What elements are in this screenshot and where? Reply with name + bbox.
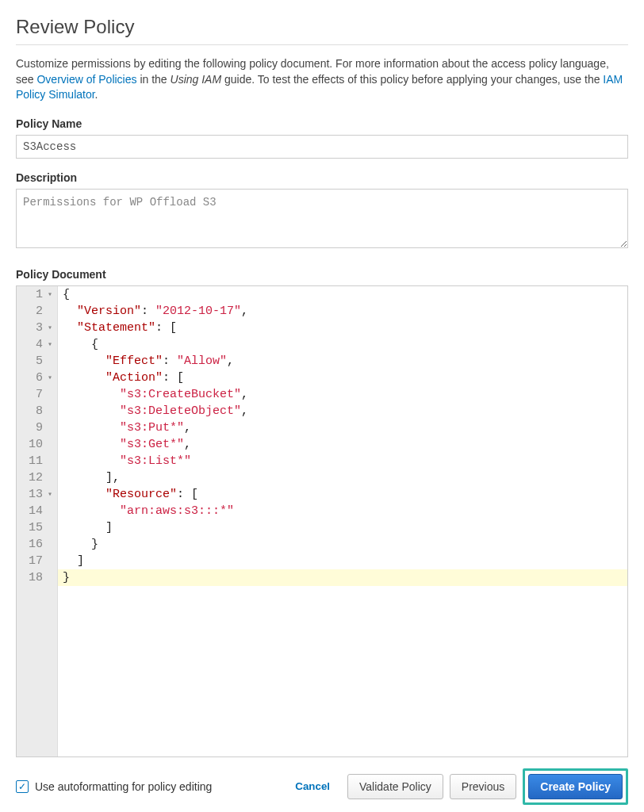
line-number: 18 <box>17 569 52 586</box>
code-token: "s3:CreateBucket" <box>120 388 241 401</box>
code-token: "arn:aws:s3:::*" <box>120 504 234 518</box>
create-policy-highlight: Create Policy <box>523 768 628 805</box>
editor-gutter: 123456789101112131415161718 <box>17 286 58 756</box>
autoformat-checkbox[interactable]: ✓ <box>16 780 29 793</box>
code-token: "Allow" <box>177 354 227 368</box>
code-token: "Version" <box>77 304 141 318</box>
line-number: 1 <box>17 286 52 303</box>
code-token: "2012-10-17" <box>155 304 241 318</box>
intro-em: Using IAM <box>171 73 222 86</box>
intro-mid1: in the <box>140 73 170 86</box>
code-token: "Statement" <box>77 321 155 335</box>
line-number: 14 <box>17 503 52 519</box>
policy-name-label: Policy Name <box>16 117 628 130</box>
code-token: "Resource" <box>105 488 177 501</box>
footer-bar: ✓ Use autoformatting for policy editing … <box>16 768 628 805</box>
autoformat-option[interactable]: ✓ Use autoformatting for policy editing <box>16 780 278 793</box>
intro-mid2: guide. To test the effects of this polic… <box>224 73 603 86</box>
code-token: "Action" <box>105 371 163 385</box>
previous-button[interactable]: Previous <box>450 774 516 799</box>
description-textarea[interactable]: Permissions for WP Offload S3 <box>16 189 628 248</box>
line-number: 5 <box>17 353 52 370</box>
line-number: 17 <box>17 553 52 569</box>
line-number: 15 <box>17 519 52 536</box>
line-number: 6 <box>17 370 52 386</box>
cancel-button[interactable]: Cancel <box>284 775 341 798</box>
intro-post: . <box>95 88 98 101</box>
code-token: "Effect" <box>105 354 163 368</box>
code-token: { <box>63 288 70 301</box>
policy-document-editor[interactable]: 123456789101112131415161718 { "Version":… <box>16 285 628 757</box>
code-token: "s3:DeleteObject" <box>120 404 241 418</box>
autoformat-label: Use autoformatting for policy editing <box>35 780 212 793</box>
code-token: "s3:Get*" <box>120 438 184 451</box>
line-number: 4 <box>17 336 52 353</box>
line-number: 12 <box>17 469 52 486</box>
page-title: Review Policy <box>16 16 628 45</box>
line-number: 3 <box>17 320 52 336</box>
line-number: 2 <box>17 303 52 320</box>
policy-name-input[interactable] <box>16 135 628 159</box>
policy-document-label: Policy Document <box>16 268 628 281</box>
line-number: 7 <box>17 386 52 403</box>
code-token: { <box>91 338 98 351</box>
line-number: 9 <box>17 419 52 436</box>
editor-code-area[interactable]: { "Version": "2012-10-17", "Statement": … <box>58 286 627 756</box>
intro-text: Customize permissions by editing the fol… <box>16 56 628 103</box>
line-number: 8 <box>17 403 52 419</box>
line-number: 16 <box>17 536 52 553</box>
code-token: "s3:List*" <box>120 454 191 468</box>
description-label: Description <box>16 171 628 184</box>
code-token: } <box>91 538 98 551</box>
create-policy-button[interactable]: Create Policy <box>528 774 623 799</box>
code-token: } <box>63 571 70 584</box>
code-token: "s3:Put*" <box>120 421 184 435</box>
line-number: 10 <box>17 436 52 453</box>
overview-policies-link[interactable]: Overview of Policies <box>36 73 136 86</box>
validate-policy-button[interactable]: Validate Policy <box>347 774 443 799</box>
line-number: 13 <box>17 486 52 503</box>
line-number: 11 <box>17 453 52 469</box>
